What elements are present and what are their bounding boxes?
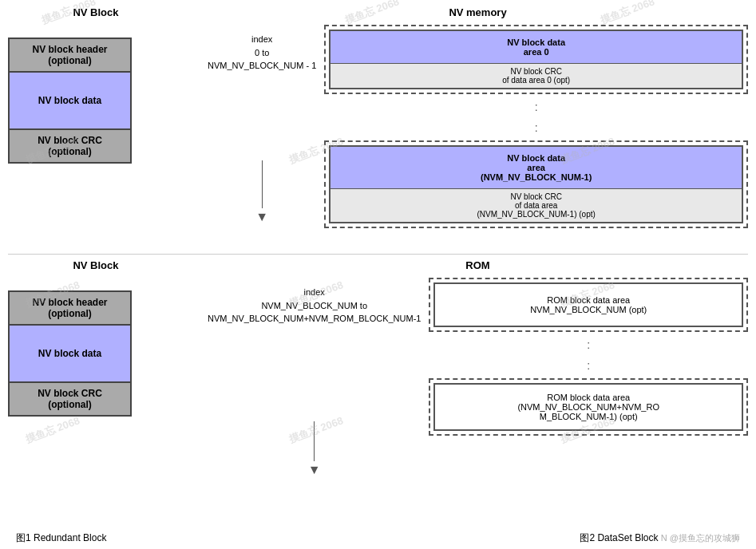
top-arrow-line [262,160,263,208]
bottom-rom-block-top: ROM block data areaNVM_NV_BLOCK_NUM (opt… [429,278,748,332]
top-mem-data-n: NV block dataarea(NVM_NV_BLOCK_NUM-1) [331,147,742,188]
top-right-title: NV memory [208,6,748,18]
top-index-label: index0 toNVM_NV_BLOCK_NUM - 1 [208,33,316,73]
bottom-mem-blocks: ROM block data areaNVM_NV_BLOCK_NUM (opt… [429,278,748,436]
caption-left: 图1 Redundant Block [16,531,106,545]
top-right: NV memory index0 toNVM_NV_BLOCK_NUM - 1 … [208,6,748,250]
bottom-rom-data-top: ROM block data areaNVM_NV_BLOCK_NUM (opt… [433,282,743,327]
top-mem-block-0: NV block dataarea 0 NV block CRCof data … [324,25,748,94]
bottom-rom-block-bottom: ROM block data area(NVM_NV_BLOCK_NUM+NVM… [429,378,748,436]
top-dots-2: : [324,120,748,136]
nvblock-bottom-crc: NV block CRC(optional) [10,381,130,415]
divider [8,254,748,255]
bottom-index-label: indexNVM_NV_BLOCK_NUM toNVM_NV_BLOCK_NUM… [208,286,421,326]
bottom-arrow: ▼ [308,421,321,477]
top-mem-area: index0 toNVM_NV_BLOCK_NUM - 1 ▼ NV block… [208,25,748,228]
nvblock-top-crc: NV block CRC(optional) [10,128,130,162]
top-arrow: ▼ [255,160,268,224]
top-left: NV Block NV block header(optional) NV bl… [8,6,184,250]
bottom-right: ROM indexNVM_NV_BLOCK_NUM toNVM_NV_BLOCK… [208,259,748,503]
top-section: NV Block NV block header(optional) NV bl… [8,6,748,250]
top-mem-block-n: NV block dataarea(NVM_NV_BLOCK_NUM-1) NV… [324,140,748,228]
bottom-left: NV Block NV block header(optional) NV bl… [8,259,184,503]
top-mem-crc-n: NV block CRCof data area(NVM_NV_BLOCK_NU… [331,188,742,222]
top-mem-blocks: NV block dataarea 0 NV block CRCof data … [324,25,748,228]
top-dots: : [324,99,748,115]
nvblock-bottom: NV block header(optional) NV block data … [8,290,132,417]
bottom-mem-area: indexNVM_NV_BLOCK_NUM toNVM_NV_BLOCK_NUM… [208,278,748,477]
bottom-arrow-line [314,421,315,461]
top-index-area: index0 toNVM_NV_BLOCK_NUM - 1 ▼ [208,33,316,224]
nvblock-top-data: NV block data [10,73,130,128]
nvblock-top: NV block header(optional) NV block data … [8,38,132,164]
bottom-dots-2: : [429,357,748,373]
bottom-right-title: ROM [208,259,748,271]
page-root: 摸鱼忘 2068 摸鱼忘 2068 摸鱼忘 2068 摸鱼忘 2068 摸鱼忘 … [0,0,756,549]
bottom-rom-data-bottom: ROM block data area(NVM_NV_BLOCK_NUM+NVM… [433,383,743,431]
bottom-index-area: indexNVM_NV_BLOCK_NUM toNVM_NV_BLOCK_NUM… [208,286,421,477]
top-mem-solid-n: NV block dataarea(NVM_NV_BLOCK_NUM-1) NV… [329,145,743,223]
nvblock-top-header: NV block header(optional) [10,39,130,73]
top-mem-crc-0: NV block CRCof data area 0 (opt) [331,63,742,88]
top-mem-data-0: NV block dataarea 0 [331,31,742,63]
bottom-section: NV Block NV block header(optional) NV bl… [8,259,748,503]
top-left-title: NV Block [8,6,184,18]
bottom-left-title: NV Block [8,259,184,271]
bottom-dots: : [429,337,748,353]
caption-right: 图2 DataSet Block N @摸鱼忘的攻城狮 [580,531,740,545]
bottom-arrow-head: ▼ [308,463,321,477]
bottom-captions: 图1 Redundant Block 图2 DataSet Block N @摸… [16,531,740,545]
author-text: N @摸鱼忘的攻城狮 [661,533,740,543]
nvblock-bottom-data: NV block data [10,326,130,381]
nvblock-bottom-header: NV block header(optional) [10,292,130,326]
top-mem-solid-0: NV block dataarea 0 NV block CRCof data … [329,30,743,89]
caption-right-text: 图2 DataSet Block [580,532,658,543]
top-arrow-head: ▼ [255,210,268,224]
